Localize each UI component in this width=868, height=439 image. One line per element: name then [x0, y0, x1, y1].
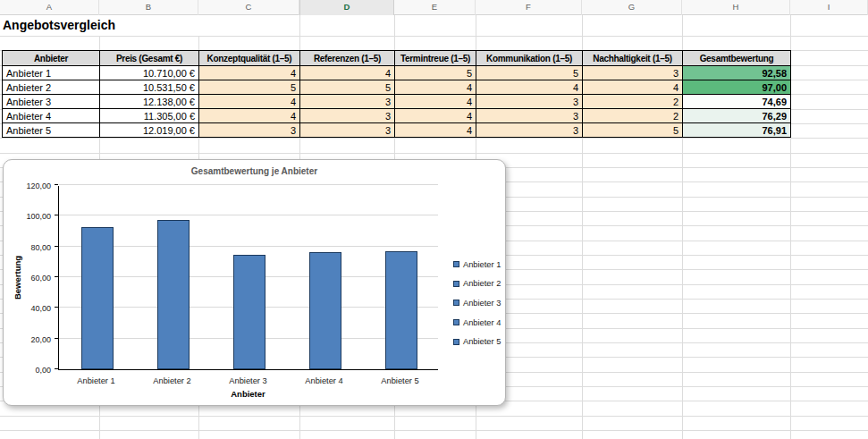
- score-cell[interactable]: 3: [476, 123, 583, 138]
- legend-item[interactable]: Anbieter 4: [453, 313, 501, 333]
- total-score-cell[interactable]: 76,29: [683, 109, 791, 123]
- chart-title: Gesamtbewertung je Anbieter: [4, 166, 505, 176]
- legend-swatch-icon: [453, 281, 459, 287]
- y-axis-tick-label: 100,00: [4, 212, 51, 221]
- score-cell[interactable]: 3: [583, 66, 683, 80]
- bar-anbieter-3[interactable]: [233, 255, 265, 369]
- table-header-cell[interactable]: Anbieter: [3, 51, 100, 66]
- legend-item[interactable]: Anbieter 5: [453, 332, 501, 351]
- score-cell[interactable]: 4: [395, 123, 476, 138]
- vendor-cell[interactable]: Anbieter 4: [3, 109, 100, 123]
- score-cell[interactable]: 3: [300, 123, 395, 138]
- vendor-cell[interactable]: Anbieter 2: [3, 80, 100, 95]
- y-axis-tick: [55, 368, 58, 369]
- score-cell[interactable]: 3: [300, 109, 395, 123]
- legend-item[interactable]: Anbieter 3: [453, 293, 501, 313]
- score-cell[interactable]: 2: [583, 95, 683, 109]
- score-cell[interactable]: 3: [476, 109, 583, 123]
- score-cell[interactable]: 5: [476, 66, 583, 80]
- bar-anbieter-5[interactable]: [385, 251, 417, 369]
- score-cell[interactable]: 2: [583, 109, 683, 123]
- chart-card[interactable]: Gesamtbewertung je Anbieter Bewertung 0,…: [3, 159, 506, 406]
- score-cell[interactable]: 5: [199, 80, 300, 95]
- column-header-A[interactable]: A: [0, 0, 99, 15]
- price-cell[interactable]: 10.710,00 €: [100, 66, 199, 80]
- legend-label: Anbieter 4: [463, 318, 501, 327]
- y-axis-tick-label: 60,00: [4, 274, 51, 283]
- legend-swatch-icon: [453, 261, 459, 267]
- table-header-cell[interactable]: Preis (Gesamt €): [100, 51, 199, 66]
- legend-swatch-icon: [453, 319, 459, 325]
- y-axis-tick: [55, 246, 58, 247]
- legend-item[interactable]: Anbieter 2: [453, 274, 501, 294]
- total-score-cell[interactable]: 97,00: [683, 80, 791, 95]
- legend-label: Anbieter 3: [463, 299, 501, 308]
- score-cell[interactable]: 4: [395, 109, 476, 123]
- legend-item[interactable]: Anbieter 1: [453, 255, 501, 274]
- x-axis-label: Anbieter 5: [362, 376, 438, 385]
- y-axis-tick-label: 20,00: [4, 335, 51, 344]
- table-row: Anbieter 210.531,50 €5544497,00: [3, 80, 791, 95]
- bar-anbieter-4[interactable]: [309, 252, 341, 369]
- table-header-cell[interactable]: Referenzen (1–5): [300, 51, 395, 66]
- score-cell[interactable]: 4: [199, 66, 300, 80]
- table-header-cell[interactable]: Gesamtbewertung: [683, 51, 791, 66]
- column-header-G[interactable]: G: [582, 0, 682, 15]
- column-header-B[interactable]: B: [99, 0, 198, 15]
- price-cell[interactable]: 12.019,00 €: [100, 123, 199, 138]
- score-cell[interactable]: 3: [300, 95, 395, 109]
- total-score-cell[interactable]: 74,69: [683, 95, 791, 109]
- offer-comparison-table: AnbieterPreis (Gesamt €)Konzeptqualität …: [2, 50, 791, 138]
- y-axis-tick: [55, 215, 58, 215]
- column-header-H[interactable]: H: [682, 0, 790, 15]
- total-score-cell[interactable]: 92,58: [683, 66, 791, 80]
- column-header-D[interactable]: D: [299, 0, 394, 15]
- legend-label: Anbieter 2: [463, 279, 501, 288]
- score-cell[interactable]: 4: [395, 95, 476, 109]
- table-row: Anbieter 110.710,00 €4455392,58: [3, 66, 791, 80]
- legend-swatch-icon: [453, 300, 459, 306]
- column-header-E[interactable]: E: [394, 0, 476, 15]
- column-header-I[interactable]: I: [790, 0, 868, 15]
- table-header-cell[interactable]: Konzeptqualität (1–5): [199, 51, 300, 66]
- score-cell[interactable]: 4: [199, 95, 300, 109]
- legend-swatch-icon: [453, 339, 459, 345]
- x-axis-label: Anbieter 3: [210, 376, 286, 385]
- y-gridline: [59, 246, 438, 247]
- bar-anbieter-2[interactable]: [157, 220, 190, 369]
- table-header-cell[interactable]: Nachhaltigkeit (1–5): [583, 51, 683, 66]
- y-gridline: [59, 215, 438, 215]
- price-cell[interactable]: 12.138,00 €: [100, 95, 199, 109]
- score-cell[interactable]: 5: [583, 123, 683, 138]
- y-axis-tick: [55, 276, 58, 277]
- score-cell[interactable]: 4: [199, 109, 300, 123]
- spreadsheet-app: ABCDEFGHI Angebotsvergleich AnbieterPrei…: [0, 0, 868, 439]
- legend-label: Anbieter 1: [463, 260, 501, 269]
- plot-area: [58, 186, 438, 370]
- sheet-title-cell[interactable]: Angebotsvergleich: [0, 15, 299, 36]
- score-cell[interactable]: 4: [476, 80, 583, 95]
- score-cell[interactable]: 4: [300, 66, 395, 80]
- price-cell[interactable]: 11.305,00 €: [100, 109, 199, 123]
- vendor-cell[interactable]: Anbieter 3: [3, 95, 100, 109]
- column-header-F[interactable]: F: [476, 0, 582, 15]
- score-cell[interactable]: 3: [199, 123, 300, 138]
- score-cell[interactable]: 4: [583, 80, 683, 95]
- score-cell[interactable]: 3: [476, 95, 583, 109]
- table-header-cell[interactable]: Termintreue (1–5): [395, 51, 476, 66]
- score-cell[interactable]: 4: [395, 80, 476, 95]
- vendor-cell[interactable]: Anbieter 1: [3, 66, 100, 80]
- vendor-cell[interactable]: Anbieter 5: [3, 123, 100, 138]
- score-cell[interactable]: 5: [395, 66, 476, 80]
- table-header-cell[interactable]: Kommunikation (1–5): [476, 51, 583, 66]
- total-score-cell[interactable]: 76,91: [683, 123, 791, 138]
- y-axis-tick-label: 80,00: [4, 243, 51, 252]
- chart-legend: Anbieter 1Anbieter 2Anbieter 3Anbieter 4…: [453, 255, 501, 351]
- price-cell[interactable]: 10.531,50 €: [100, 80, 199, 95]
- column-header-C[interactable]: C: [198, 0, 299, 15]
- bar-anbieter-1[interactable]: [81, 227, 114, 369]
- legend-label: Anbieter 5: [463, 337, 501, 346]
- x-axis-label: Anbieter 2: [134, 376, 210, 385]
- score-cell[interactable]: 5: [300, 80, 395, 95]
- x-axis-title: Anbieter: [58, 389, 438, 399]
